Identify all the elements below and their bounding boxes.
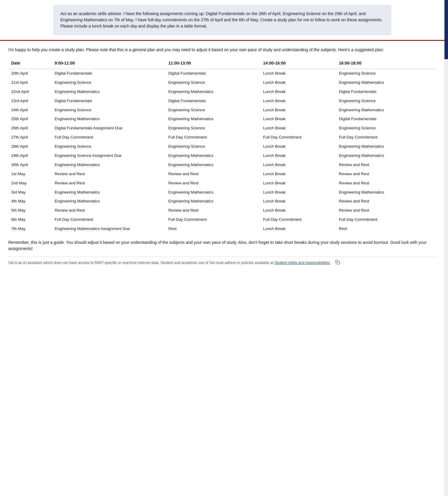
study-plan-table: Date 9:00-11:00 11:00-13:00 14:00-16:00 … xyxy=(8,58,436,233)
col-14-cell: Lunch Break xyxy=(260,151,336,160)
copy-icon[interactable] xyxy=(335,260,340,266)
col-11-cell: Rest xyxy=(165,224,260,233)
date-cell: 21st April xyxy=(8,78,52,87)
table-header: Date 9:00-11:00 11:00-13:00 14:00-16:00 … xyxy=(8,58,436,69)
disclaimer-link[interactable]: Student rights and responsibilities xyxy=(274,261,330,265)
table-row: 23rd AprilDigital FundamentalsDigital Fu… xyxy=(8,96,436,106)
col-11-cell: Engineering Science xyxy=(165,142,260,151)
header-16-18: 16:00-18:00 xyxy=(336,58,436,69)
date-cell: 26th April xyxy=(8,124,52,133)
table-row: 30th AprilEngineering MathematicsEnginee… xyxy=(8,160,436,170)
col-11-cell: Review and Rest xyxy=(165,170,260,179)
col-14-cell: Lunch Break xyxy=(260,69,336,78)
svg-rect-0 xyxy=(337,262,340,264)
col-14-cell: Lunch Break xyxy=(260,170,336,179)
col-9-cell: Engineering Mathematics xyxy=(52,197,165,206)
header-date: Date xyxy=(8,58,52,69)
scrollbar-thumb[interactable] xyxy=(444,0,448,59)
col-14-cell: Lunch Break xyxy=(260,78,336,87)
table-row: 6th MayFull Day CommitmentFull Day Commi… xyxy=(8,215,436,224)
date-cell: 22nd April xyxy=(8,87,52,96)
col-16-cell: Review and Rest xyxy=(336,206,436,215)
user-prompt-bubble: Act as an academic skills advisor. I hav… xyxy=(53,5,391,35)
col-9-cell: Digital Fundamentals xyxy=(52,69,165,78)
col-9-cell: Full Day Commitment xyxy=(52,215,165,224)
col-9-cell: Engineering Science xyxy=(52,106,165,115)
date-cell: 25th April xyxy=(8,115,52,124)
content-area: Act as an academic skills advisor. I hav… xyxy=(0,0,444,496)
table-body: 20th AprilDigital FundamentalsDigital Fu… xyxy=(8,69,436,234)
col-16-cell: Digital Fundamentals xyxy=(336,87,436,96)
col-14-cell: Full Day Commitment xyxy=(260,215,336,224)
col-16-cell: Rest xyxy=(336,224,436,233)
col-14-cell: Lunch Break xyxy=(260,106,336,115)
col-14-cell: Full Day Commitment xyxy=(260,133,336,142)
col-11-cell: Review and Rest xyxy=(165,179,260,188)
col-16-cell: Engineering Mathematics xyxy=(336,142,436,151)
col-9-cell: Review and Rest xyxy=(52,170,165,179)
col-16-cell: Review and Rest xyxy=(336,170,436,179)
col-9-cell: Engineering Mathematics xyxy=(52,115,165,124)
col-11-cell: Engineering Science xyxy=(165,124,260,133)
col-14-cell: Lunch Break xyxy=(260,179,336,188)
col-14-cell: Lunch Break xyxy=(260,124,336,133)
col-16-cell: Engineering Mathematics xyxy=(336,188,436,197)
table-row: 28th AprilEngineering ScienceEngineering… xyxy=(8,142,436,151)
header-row: Date 9:00-11:00 11:00-13:00 14:00-16:00 … xyxy=(8,58,436,69)
date-cell: 20th April xyxy=(8,69,52,78)
col-16-cell: Engineering Mathematics xyxy=(336,151,436,160)
col-16-cell: Engineering Science xyxy=(336,69,436,78)
col-14-cell: Lunch Break xyxy=(260,206,336,215)
table-row: 26th AprilDigital Fundamentals Assignmen… xyxy=(8,124,436,133)
footer-text: Remember, this is just a guide. You shou… xyxy=(8,239,436,252)
col-9-cell: Engineering Mathematics xyxy=(52,87,165,96)
table-row: 27th AprilFull Day CommitmentFull Day Co… xyxy=(8,133,436,142)
col-9-cell: Digital Fundamentals Assignment Due xyxy=(52,124,165,133)
col-11-cell: Engineering Mathematics xyxy=(165,197,260,206)
header-14-16: 14:00-16:00 xyxy=(260,58,336,69)
table-row: 20th AprilDigital FundamentalsDigital Fu… xyxy=(8,69,436,78)
col-16-cell: Engineering Mathematics xyxy=(336,106,436,115)
date-cell: 28th April xyxy=(8,142,52,151)
date-cell: 1st May xyxy=(8,170,52,179)
col-14-cell: Lunch Break xyxy=(260,188,336,197)
col-9-cell: Engineering Mathematics Assignment Due xyxy=(52,224,165,233)
table-row: 22nd AprilEngineering MathematicsEnginee… xyxy=(8,87,436,96)
col-11-cell: Engineering Mathematics xyxy=(165,151,260,160)
date-cell: 24th April xyxy=(8,106,52,115)
scrollbar[interactable] xyxy=(444,0,448,496)
date-cell: 7th May xyxy=(8,224,52,233)
col-14-cell: Lunch Break xyxy=(260,115,336,124)
table-row: 24th AprilEngineering ScienceEngineering… xyxy=(8,106,436,115)
col-11-cell: Engineering Mathematics xyxy=(165,188,260,197)
intro-text: I'm happy to help you create a study pla… xyxy=(8,47,436,53)
col-11-cell: Full Day Commitment xyxy=(165,215,260,224)
col-9-cell: Review and Rest xyxy=(52,206,165,215)
col-16-cell: Review and Rest xyxy=(336,160,436,170)
col-11-cell: Engineering Science xyxy=(165,78,260,87)
col-11-cell: Engineering Mathematics xyxy=(165,87,260,96)
col-16-cell: Full Day Commitment xyxy=(336,215,436,224)
disclaimer: Val is an AI assistant which does not ha… xyxy=(8,257,436,266)
header-9-11: 9:00-11:00 xyxy=(52,58,165,69)
col-9-cell: Full Day Commitment xyxy=(52,133,165,142)
date-cell: 3rd May xyxy=(8,188,52,197)
disclaimer-suffix: . xyxy=(331,261,332,265)
col-16-cell: Review and Rest xyxy=(336,197,436,206)
col-9-cell: Engineering Science Assignment Due xyxy=(52,151,165,160)
table-row: 2nd MayReview and RestReview and RestLun… xyxy=(8,179,436,188)
disclaimer-text: Val is an AI assistant which does not ha… xyxy=(8,261,274,265)
col-11-cell: Engineering Mathematics xyxy=(165,115,260,124)
col-14-cell: Lunch Break xyxy=(260,96,336,106)
date-cell: 29th April xyxy=(8,151,52,160)
date-cell: 27th April xyxy=(8,133,52,142)
table-row: 4th MayEngineering MathematicsEngineerin… xyxy=(8,197,436,206)
table-row: 21st AprilEngineering ScienceEngineering… xyxy=(8,78,436,87)
col-9-cell: Engineering Science xyxy=(52,142,165,151)
col-9-cell: Review and Rest xyxy=(52,179,165,188)
col-16-cell: Engineering Science xyxy=(336,96,436,106)
col-9-cell: Engineering Mathematics xyxy=(52,188,165,197)
table-row: 29th AprilEngineering Science Assignment… xyxy=(8,151,436,160)
col-16-cell: Digital Fundamentals xyxy=(336,115,436,124)
col-14-cell: Lunch Break xyxy=(260,87,336,96)
